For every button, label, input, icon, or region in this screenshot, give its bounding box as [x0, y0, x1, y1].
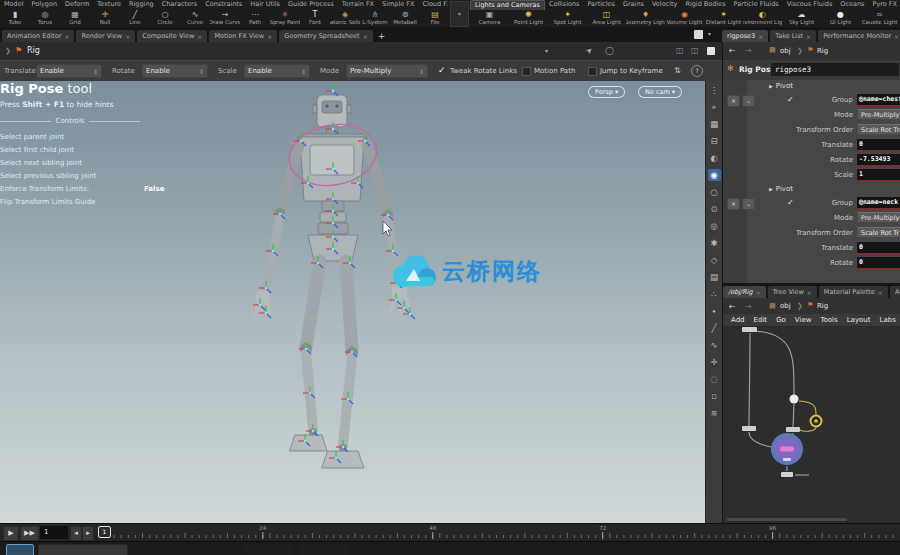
- enable-checkbox[interactable]: ✓: [787, 95, 794, 104]
- breadcrumb-rig[interactable]: Rig: [817, 47, 828, 55]
- translate-dropdown[interactable]: Enable⇕: [36, 64, 102, 78]
- shelf-tool-point-light[interactable]: ✺Point Light: [509, 10, 548, 27]
- shelf-tool-spray-paint[interactable]: ✳Spray Paint: [270, 10, 300, 27]
- param-value-group[interactable]: @name=neck: [857, 197, 900, 210]
- pane-tab-geometry-spreadsheet[interactable]: Geometry Spreadsheet×: [279, 30, 372, 42]
- maximize-square-icon[interactable]: [707, 47, 715, 55]
- step-back-button[interactable]: ◂: [70, 526, 82, 541]
- range-start-field[interactable]: [246, 545, 294, 555]
- point-icon[interactable]: ∙: [708, 305, 721, 317]
- motion-path-checkbox[interactable]: [522, 67, 531, 76]
- shelf-tool-area-light[interactable]: ◫Area Light: [587, 10, 626, 27]
- shelf-tool-torus[interactable]: ◎Torus: [30, 10, 60, 27]
- delete-instance-button[interactable]: ×: [727, 198, 740, 210]
- shelf-tab-collisions[interactable]: Collisions: [545, 0, 584, 10]
- shelf-tab-polygon[interactable]: Polygon: [28, 0, 62, 10]
- shelf-tool-volume-light[interactable]: ◉Volume Light: [665, 10, 704, 27]
- shelf-tab-particle-fluids[interactable]: Particle Fluids: [730, 0, 783, 10]
- close-icon[interactable]: ×: [197, 33, 202, 40]
- shelf-tool-distant-light[interactable]: ✶Distant Light: [704, 10, 743, 27]
- playback-mode-button[interactable]: [38, 544, 128, 555]
- shelf-tab-particles[interactable]: Particles: [583, 0, 618, 10]
- shelf-tool-spot-light[interactable]: ✦Spot Light: [548, 10, 587, 27]
- shelf-tab-terrain-fx[interactable]: Terrain FX: [338, 0, 378, 10]
- close-icon[interactable]: ×: [363, 33, 368, 40]
- forward-arrow-icon[interactable]: →: [745, 46, 752, 55]
- shelf-tool-environment-light[interactable]: ◐Environment Light: [743, 10, 782, 27]
- snap-cube-icon[interactable]: ◫: [676, 46, 684, 55]
- network-editor[interactable]: [723, 327, 900, 523]
- rotate-dropdown[interactable]: Enable⇕: [142, 64, 208, 78]
- close-icon[interactable]: ×: [807, 289, 812, 296]
- mode-dropdown[interactable]: Pre-Multiply⇕: [346, 64, 428, 78]
- close-icon[interactable]: ×: [267, 33, 272, 40]
- pane-tab-animation-editor[interactable]: Animation Editor×: [2, 30, 74, 42]
- pane-tab-rigpose3[interactable]: rigpose3×: [722, 30, 768, 42]
- shelf-tab-guide-process[interactable]: Guide Process: [284, 0, 338, 10]
- view-tool-icon[interactable]: ⌖: [708, 101, 721, 113]
- new-tab-button[interactable]: +: [375, 30, 389, 42]
- enable-checkbox[interactable]: ✓: [787, 198, 794, 207]
- playhead-marker[interactable]: 1: [98, 526, 111, 538]
- tilde-icon[interactable]: ≋: [708, 407, 721, 419]
- pane-tab--obj-rig[interactable]: /obj/Rig×: [723, 286, 766, 298]
- box-icon[interactable]: ▫: [708, 390, 721, 402]
- pane-tab-performance-monitor[interactable]: Performance Monitor×: [818, 30, 900, 42]
- drag-handle-icon[interactable]: ⋮: [708, 84, 721, 96]
- pane-tab-tree-view[interactable]: Tree View×: [768, 286, 817, 298]
- material-sphere-icon[interactable]: ◎: [708, 220, 721, 232]
- close-icon[interactable]: ×: [894, 33, 899, 40]
- node-name-field[interactable]: rigpose3: [771, 63, 899, 76]
- pane-tab-material-palette[interactable]: Material Palette×: [819, 286, 888, 298]
- shelf-tool-platonic-solids[interactable]: ◈Platonic Solids: [330, 10, 360, 27]
- shelf-tool-null[interactable]: ✛Null: [90, 10, 120, 27]
- menu-view[interactable]: View: [795, 316, 812, 324]
- shelf-tool-geometry-light[interactable]: ♦Geometry Light: [626, 10, 665, 27]
- light-bulb-icon[interactable]: ⊙: [708, 203, 721, 215]
- shelf-tab-model[interactable]: Model: [0, 0, 28, 10]
- shelf-tab-viscous-fluids[interactable]: Viscous Fluids: [783, 0, 837, 10]
- param-value-mode[interactable]: Pre-Multiply: [857, 212, 900, 223]
- dots-icon[interactable]: ∴: [708, 288, 721, 300]
- delete-instance-button[interactable]: ×: [727, 95, 740, 107]
- back-arrow-icon[interactable]: ←: [729, 302, 736, 311]
- close-icon[interactable]: ×: [756, 289, 761, 296]
- menu-layout[interactable]: Layout: [847, 316, 871, 324]
- back-arrow-icon[interactable]: ←: [729, 46, 736, 55]
- shelf-tool-circle[interactable]: ○Circle: [150, 10, 180, 27]
- breadcrumb-obj[interactable]: obj: [780, 302, 791, 310]
- shelf-tab-grains[interactable]: Grains: [619, 0, 648, 10]
- help-icon[interactable]: ?: [691, 65, 703, 77]
- shelf-tool-camera[interactable]: ▣Camera: [470, 10, 509, 27]
- collapse-triangle-icon[interactable]: ▶: [769, 83, 773, 89]
- shelf-tool-curve[interactable]: ∿Curve: [180, 10, 210, 27]
- realtime-toggle-button[interactable]: [6, 544, 34, 555]
- pane-tab-take-list[interactable]: Take List×: [770, 30, 816, 42]
- pane-tab-render-view[interactable]: Render View×: [76, 30, 135, 42]
- shelf-tool-metaball[interactable]: ⊚Metaball: [390, 10, 420, 27]
- close-icon[interactable]: ×: [878, 289, 883, 296]
- param-value-rotate[interactable]: -7.53493: [857, 154, 900, 167]
- shelf-set-menu-button[interactable]: ▾: [450, 1, 469, 27]
- memory-icon[interactable]: ▤: [708, 271, 721, 283]
- menu-tools[interactable]: Tools: [820, 316, 837, 324]
- shelf-tab-texture[interactable]: Texture: [93, 0, 125, 10]
- param-value-transform-order[interactable]: Scale Rot Tra: [857, 124, 900, 135]
- wave-icon[interactable]: ∿: [708, 339, 721, 351]
- menu-labs[interactable]: Labs: [880, 316, 896, 324]
- menu-add[interactable]: Add: [731, 316, 745, 324]
- collapse-triangle-icon[interactable]: ▶: [769, 186, 773, 192]
- shelf-tab-deform[interactable]: Deform: [61, 0, 93, 10]
- scene-viewport[interactable]: Rig Pose tool Press Shift + F1 to hide h…: [0, 81, 705, 523]
- jump-to-keyframe-checkbox[interactable]: [588, 67, 597, 76]
- pane-tab-composite-view[interactable]: Composite View×: [137, 30, 207, 42]
- shelf-tool-grid[interactable]: ▦Grid: [60, 10, 90, 27]
- skip-to-end-button[interactable]: ▶▶: [20, 526, 39, 541]
- no-cam-pill[interactable]: No cam ▾: [638, 86, 682, 98]
- shelf-tab-rigid-bodies[interactable]: Rigid Bodies: [681, 0, 729, 10]
- close-icon[interactable]: ×: [125, 33, 130, 40]
- plus-icon[interactable]: ✛: [708, 356, 721, 368]
- breadcrumb-node[interactable]: Rig: [27, 46, 40, 55]
- shelf-tool-sky-light[interactable]: ☁Sky Light: [782, 10, 821, 27]
- shelf-tab-characters[interactable]: Characters: [158, 0, 201, 10]
